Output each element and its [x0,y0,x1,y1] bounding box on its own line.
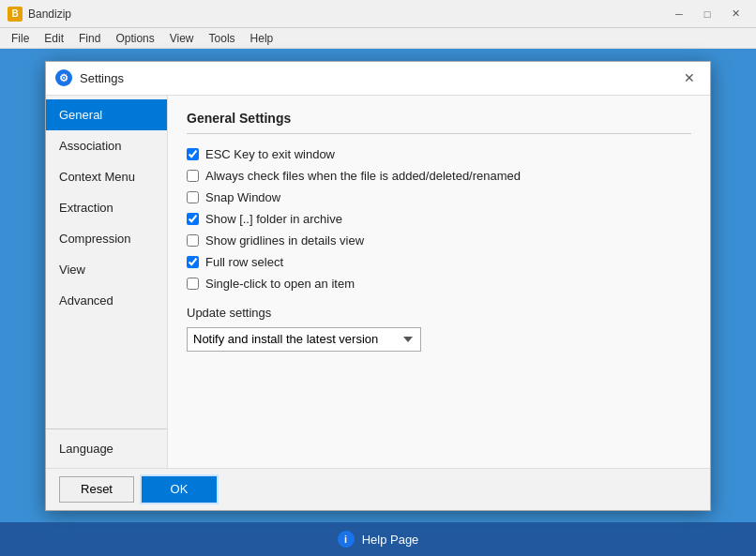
menu-view[interactable]: View [162,30,202,47]
menubar: File Edit Find Options View Tools Help [0,28,756,49]
taskbar: i Help Page [0,522,756,556]
checkbox-show-gridlines-input[interactable] [187,234,199,247]
checkbox-single-click-label: Single-click to open an item [205,277,355,291]
menu-edit[interactable]: Edit [37,30,71,47]
checkbox-full-row-label: Full row select [205,255,283,269]
checkbox-always-check-label: Always check files when the file is adde… [205,169,521,183]
sidebar-item-view[interactable]: View [46,254,167,285]
update-section: Update settings Notify and install the l… [187,306,691,352]
menu-help[interactable]: Help [243,30,281,47]
menu-file[interactable]: File [4,30,37,47]
update-section-label: Update settings [187,306,691,320]
checkbox-esc-exit[interactable]: ESC Key to exit window [187,147,691,161]
checkbox-always-check-input[interactable] [187,170,199,182]
checkbox-show-folder[interactable]: Show [..] folder in archive [187,212,691,226]
app-title: Bandizip [28,8,666,21]
settings-dialog: ⚙ Settings ✕ General Association Context… [45,61,711,511]
dialog-titlebar: ⚙ Settings ✕ [46,62,710,96]
sidebar-item-general[interactable]: General [46,99,167,130]
menu-find[interactable]: Find [71,30,108,47]
dialog-footer: Reset OK [46,468,710,510]
titlebar: B Bandizip ─ □ ✕ [0,0,756,28]
sidebar-item-language[interactable]: Language [46,433,167,464]
minimize-button[interactable]: ─ [666,5,692,23]
ok-button[interactable]: OK [142,476,217,503]
checkbox-show-folder-input[interactable] [187,213,199,225]
reset-button[interactable]: Reset [59,476,134,503]
checkbox-full-row[interactable]: Full row select [187,255,691,269]
dialog-body: General Association Context Menu Extract… [46,96,710,468]
sidebar-bottom: Language [46,428,167,468]
content-divider [187,133,691,134]
main-area: ⚙ Settings ✕ General Association Context… [0,49,756,522]
checkbox-show-gridlines[interactable]: Show gridlines in details view [187,233,691,248]
sidebar-item-association[interactable]: Association [46,130,167,161]
sidebar-item-context-menu[interactable]: Context Menu [46,161,167,192]
maximize-button[interactable]: □ [694,5,720,23]
checkbox-single-click[interactable]: Single-click to open an item [187,277,691,291]
sidebar-item-compression[interactable]: Compression [46,223,167,254]
dialog-icon: ⚙ [55,69,72,86]
titlebar-controls: ─ □ ✕ [666,5,748,23]
sidebar-item-advanced[interactable]: Advanced [46,285,167,316]
checkbox-full-row-input[interactable] [187,256,199,268]
checkbox-snap-window-input[interactable] [187,191,199,203]
sidebar: General Association Context Menu Extract… [46,96,168,468]
dialog-close-button[interactable]: ✕ [678,67,701,89]
menu-options[interactable]: Options [108,30,161,47]
taskbar-label: Help Page [362,533,419,547]
checkbox-single-click-input[interactable] [187,278,199,290]
checkbox-snap-window-label: Snap Window [205,190,280,204]
settings-content: General Settings ESC Key to exit window … [168,96,710,468]
taskbar-info-icon: i [338,531,355,548]
dialog-title: Settings [80,71,678,85]
update-select[interactable]: Notify and install the latest version No… [187,327,421,352]
app-icon: B [8,7,23,22]
content-title: General Settings [187,111,691,126]
sidebar-item-extraction[interactable]: Extraction [46,192,167,223]
checkbox-esc-exit-input[interactable] [187,148,199,160]
checkbox-show-gridlines-label: Show gridlines in details view [205,233,364,248]
checkbox-esc-exit-label: ESC Key to exit window [205,147,335,161]
menu-tools[interactable]: Tools [202,30,243,47]
checkbox-always-check[interactable]: Always check files when the file is adde… [187,169,691,183]
checkbox-show-folder-label: Show [..] folder in archive [205,212,342,226]
window-close-button[interactable]: ✕ [722,5,748,23]
checkbox-snap-window[interactable]: Snap Window [187,190,691,204]
